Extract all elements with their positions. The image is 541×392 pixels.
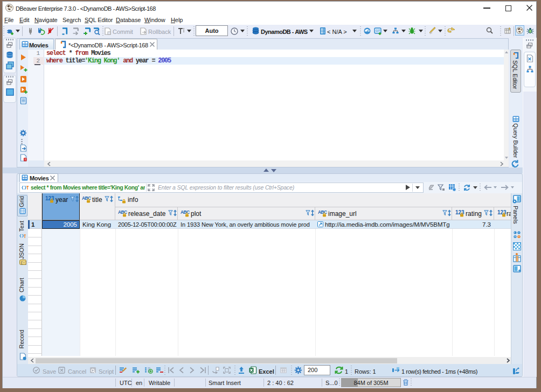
svg-text:{·}: {·} [20,261,26,265]
svg-text:GIT: GIT [376,29,380,32]
